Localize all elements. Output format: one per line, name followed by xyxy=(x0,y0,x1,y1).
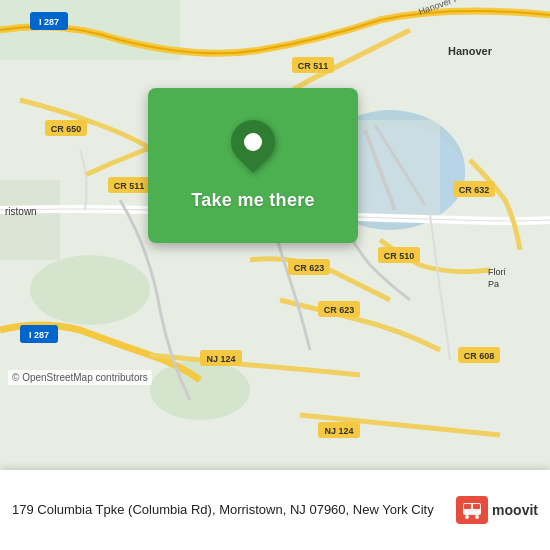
take-me-there-card[interactable]: Take me there xyxy=(148,88,358,243)
svg-text:CR 511: CR 511 xyxy=(298,61,329,71)
moovit-label: moovit xyxy=(492,502,538,518)
svg-text:Flori: Flori xyxy=(488,267,506,277)
svg-text:I 287: I 287 xyxy=(39,17,59,27)
svg-rect-40 xyxy=(464,504,471,509)
svg-text:CR 608: CR 608 xyxy=(464,351,495,361)
svg-text:CR 511: CR 511 xyxy=(114,181,145,191)
address-text: 179 Columbia Tpke (Columbia Rd), Morrist… xyxy=(12,501,446,519)
svg-text:CR 510: CR 510 xyxy=(384,251,415,261)
address-area: 179 Columbia Tpke (Columbia Rd), Morrist… xyxy=(12,501,446,519)
svg-text:ristown: ristown xyxy=(5,206,37,217)
svg-text:I 287: I 287 xyxy=(29,330,49,340)
svg-rect-6 xyxy=(0,180,60,260)
bottom-bar: 179 Columbia Tpke (Columbia Rd), Morrist… xyxy=(0,470,550,550)
svg-point-4 xyxy=(30,255,150,325)
location-pin-icon xyxy=(228,120,278,180)
svg-point-44 xyxy=(475,515,479,519)
svg-text:NJ 124: NJ 124 xyxy=(324,426,353,436)
svg-text:CR 623: CR 623 xyxy=(294,263,325,273)
take-me-there-label: Take me there xyxy=(191,190,315,211)
map-container: I 287 I 287 CR 650 CR 511 CR 511 CR 623 … xyxy=(0,0,550,470)
svg-text:NJ 124: NJ 124 xyxy=(206,354,235,364)
svg-text:Pa: Pa xyxy=(488,279,499,289)
svg-text:CR 623: CR 623 xyxy=(324,305,355,315)
svg-rect-41 xyxy=(473,504,480,509)
moovit-logo[interactable]: moovit xyxy=(456,496,538,524)
svg-rect-42 xyxy=(463,511,481,514)
svg-text:CR 632: CR 632 xyxy=(459,185,490,195)
svg-text:CR 650: CR 650 xyxy=(51,124,82,134)
svg-text:Hanover: Hanover xyxy=(448,45,493,57)
svg-point-43 xyxy=(465,515,469,519)
moovit-bus-icon xyxy=(456,496,488,524)
svg-point-5 xyxy=(150,360,250,420)
osm-credit: © OpenStreetMap contributors xyxy=(8,370,152,385)
